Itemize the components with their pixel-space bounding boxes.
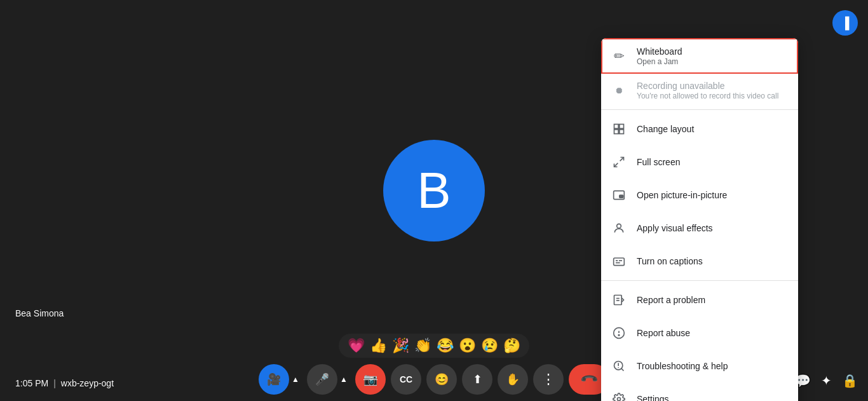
mic-arrow[interactable]: ▲ xyxy=(337,364,350,395)
captions-icon: CC xyxy=(400,374,412,384)
svg-rect-0 xyxy=(614,125,619,129)
visual-effects-label: Apply visual effects xyxy=(637,223,713,233)
svg-line-20 xyxy=(621,369,624,371)
recording-label: Recording unavailable xyxy=(637,81,778,91)
report-problem-label: Report a problem xyxy=(637,295,705,305)
svg-point-8 xyxy=(617,224,621,228)
more-options-icon: ⋮ xyxy=(541,371,555,388)
captions-menu-icon xyxy=(611,255,627,268)
more-options-button[interactable]: ⋮ xyxy=(533,364,564,395)
emoji-reactions-icon: 😊 xyxy=(435,372,449,386)
control-bar: 🎥 ▲ 🎤 ▲ 📷 CC 😊 ⬆ ✋ xyxy=(259,364,609,395)
recording-text: Recording unavailable You're not allowed… xyxy=(637,81,778,100)
visual-effects-icon xyxy=(611,222,627,234)
activities-icon: ✦ xyxy=(821,374,832,388)
hangup-icon: 📞 xyxy=(579,369,599,389)
context-menu: ✏ Whiteboard Open a Jam ⏺ Recording unav… xyxy=(601,38,798,401)
troubleshooting-icon xyxy=(611,360,627,372)
menu-item-whiteboard[interactable]: ✏ Whiteboard Open a Jam xyxy=(601,38,798,74)
mic-button[interactable]: 🎤 xyxy=(307,364,337,395)
menu-item-captions[interactable]: Turn on captions xyxy=(601,245,798,278)
whiteboard-subtitle: Open a Jam xyxy=(637,57,682,66)
meeting-time: 1:05 PM xyxy=(15,378,48,388)
emoji-thumbsup[interactable]: 👍 xyxy=(370,337,387,354)
report-problem-icon xyxy=(611,294,627,306)
fullscreen-label: Full screen xyxy=(637,157,680,167)
emoji-clap[interactable]: 👏 xyxy=(414,337,431,354)
raise-hand-button[interactable]: ✋ xyxy=(498,364,528,395)
menu-item-fullscreen[interactable]: Full screen xyxy=(601,146,798,179)
settings-icon xyxy=(611,393,627,401)
svg-rect-1 xyxy=(620,125,624,129)
whiteboard-icon: ✏ xyxy=(611,48,627,64)
settings-label: Settings xyxy=(637,394,669,401)
camera-button[interactable]: 🎥 xyxy=(259,364,289,395)
report-abuse-icon xyxy=(611,327,627,339)
emoji-wow[interactable]: 😮 xyxy=(459,337,476,354)
lock-icon: 🔒 xyxy=(842,374,858,388)
lock-button[interactable]: 🔒 xyxy=(842,373,858,388)
menu-item-change-layout[interactable]: Change layout xyxy=(601,112,798,146)
change-layout-label: Change layout xyxy=(637,124,694,134)
meeting-code: wxb-zeyp-ogt xyxy=(61,378,114,388)
avatar-letter: B xyxy=(417,161,451,220)
menu-divider-1 xyxy=(601,109,798,110)
report-abuse-label: Report abuse xyxy=(637,328,690,338)
camera-off-button[interactable]: 📷 xyxy=(355,364,386,395)
camera-group: 🎥 ▲ xyxy=(259,364,302,395)
camera-off-icon: 📷 xyxy=(363,372,377,386)
emoji-sad[interactable]: 😢 xyxy=(481,337,498,354)
troubleshooting-label: Troubleshooting & help xyxy=(637,361,728,371)
menu-item-visual-effects[interactable]: Apply visual effects xyxy=(601,212,798,245)
present-icon: ⬆ xyxy=(473,372,482,386)
emoji-laugh[interactable]: 😂 xyxy=(437,337,454,354)
svg-rect-3 xyxy=(620,130,624,134)
svg-rect-7 xyxy=(620,195,623,198)
svg-line-4 xyxy=(620,158,624,161)
separator: | xyxy=(53,378,56,388)
captions-button[interactable]: CC xyxy=(391,364,421,395)
menu-item-settings[interactable]: Settings xyxy=(601,383,798,401)
svg-point-18 xyxy=(618,335,620,336)
whiteboard-label: Whiteboard xyxy=(637,46,682,57)
speaker-icon: ▐ xyxy=(841,17,850,30)
participant-name: Bea Simona xyxy=(15,308,64,318)
emoji-bar: 💗 👍 🎉 👏 😂 😮 😢 🤔 xyxy=(339,334,529,358)
whiteboard-text: Whiteboard Open a Jam xyxy=(637,46,682,66)
video-area: B Bea Simona 1:05 PM | wxb-zeyp-ogt ▐ 💗 … xyxy=(0,0,868,401)
menu-item-report-abuse[interactable]: Report abuse xyxy=(601,316,798,350)
menu-item-report-problem[interactable]: Report a problem xyxy=(601,283,798,316)
menu-item-recording: ⏺ Recording unavailable You're not allow… xyxy=(601,74,798,107)
activities-button[interactable]: ✦ xyxy=(821,373,832,388)
avatar: B xyxy=(383,140,485,241)
camera-icon: 🎥 xyxy=(267,372,281,386)
mic-icon: 🎤 xyxy=(315,372,329,386)
pip-label: Open picture-in-picture xyxy=(637,190,727,200)
camera-arrow[interactable]: ▲ xyxy=(289,364,302,395)
menu-divider-2 xyxy=(601,280,798,281)
emoji-party[interactable]: 🎉 xyxy=(392,337,409,354)
change-layout-icon xyxy=(611,123,627,135)
emoji-reactions-button[interactable]: 😊 xyxy=(426,364,457,395)
svg-line-5 xyxy=(614,163,618,167)
svg-rect-9 xyxy=(614,258,625,266)
svg-point-21 xyxy=(618,398,621,401)
recording-icon: ⏺ xyxy=(611,85,627,95)
svg-rect-2 xyxy=(614,130,619,134)
recording-subtitle: You're not allowed to record this video … xyxy=(637,92,778,100)
menu-item-troubleshooting[interactable]: Troubleshooting & help xyxy=(601,350,798,383)
menu-item-pip[interactable]: Open picture-in-picture xyxy=(601,179,798,212)
emoji-think[interactable]: 🤔 xyxy=(503,337,520,354)
fullscreen-icon xyxy=(611,156,627,168)
meeting-info: 1:05 PM | wxb-zeyp-ogt xyxy=(15,378,114,388)
active-speaker-indicator: ▐ xyxy=(832,10,858,36)
captions-menu-label: Turn on captions xyxy=(637,256,703,266)
mic-group: 🎤 ▲ xyxy=(307,364,350,395)
pip-icon xyxy=(611,189,627,201)
emoji-heart[interactable]: 💗 xyxy=(348,337,365,354)
present-button[interactable]: ⬆ xyxy=(462,364,492,395)
raise-hand-icon: ✋ xyxy=(506,372,520,386)
